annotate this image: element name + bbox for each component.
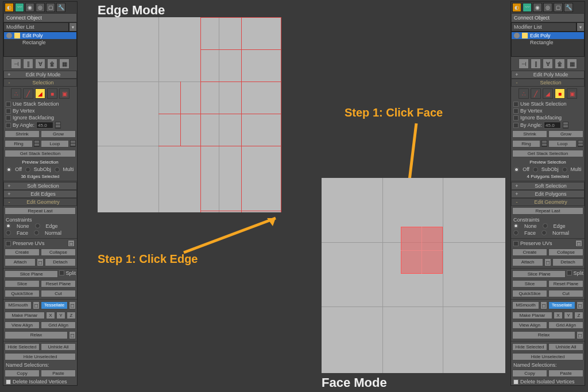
msmooth-settings-icon[interactable]: □	[33, 301, 40, 309]
stack-rectangle[interactable]: Rectangle	[512, 39, 584, 46]
remove-modifier-icon[interactable]: 🗑	[555, 59, 565, 69]
hide-selected-button[interactable]: Hide Selected	[5, 343, 40, 351]
rad-constraint-normal[interactable]	[541, 230, 547, 235]
modify-tab-icon[interactable]: 〰	[523, 3, 532, 12]
create-button[interactable]: Create	[5, 249, 40, 256]
rad-constraint-none[interactable]	[6, 223, 11, 228]
hierarchy-tab-icon[interactable]: ◉	[25, 3, 34, 12]
utilities-tab-icon[interactable]: 🔧	[564, 3, 573, 12]
detach-button[interactable]: Detach	[45, 258, 76, 266]
chk-by-angle[interactable]	[6, 123, 11, 128]
unhide-all-button[interactable]: Unhide All	[41, 343, 76, 351]
make-planar-button[interactable]: Make Planar	[512, 312, 552, 319]
shrink-button[interactable]: Shrink	[512, 130, 547, 138]
view-align-button[interactable]: View Align	[5, 321, 40, 329]
chk-ignore-backfacing[interactable]	[6, 115, 11, 121]
chevron-down-icon[interactable]: ▼	[69, 22, 77, 32]
chk-by-vertex[interactable]	[6, 108, 11, 114]
polygon-mode-icon[interactable]: ■	[47, 88, 57, 99]
motion-tab-icon[interactable]: ◎	[543, 3, 552, 12]
reset-plane-button[interactable]: Reset Plane	[548, 280, 583, 288]
display-tab-icon[interactable]: ▢	[554, 3, 563, 12]
planar-x-button[interactable]: X	[554, 312, 563, 319]
hide-selected-button[interactable]: Hide Selected	[512, 343, 547, 351]
modifier-list-dropdown[interactable]: Modifier List ▼	[3, 22, 77, 32]
angle-input[interactable]	[36, 122, 53, 129]
shrink-button[interactable]: Shrink	[5, 130, 40, 138]
grid-align-button[interactable]: Grid Align	[548, 321, 583, 329]
attach-button[interactable]: Attach	[5, 258, 36, 266]
grid-align-button[interactable]: Grid Align	[41, 321, 76, 329]
loop-spinner[interactable]	[70, 140, 76, 147]
configure-icon[interactable]: ▦	[59, 59, 69, 69]
collapse-button[interactable]: Collapse	[41, 249, 76, 256]
vertex-mode-icon[interactable]: ∴	[11, 88, 21, 99]
chk-ignore-backfacing[interactable]	[513, 115, 519, 121]
hierarchy-tab-icon[interactable]: ◉	[533, 3, 542, 12]
motion-tab-icon[interactable]: ◎	[36, 3, 45, 12]
rad-constraint-edge[interactable]	[543, 223, 548, 228]
named-copy-button[interactable]: Copy	[5, 370, 40, 377]
rollout-edit-edges[interactable]: +Edit Edges	[3, 190, 77, 198]
ring-button[interactable]: Ring	[512, 140, 540, 148]
viewport-edge[interactable]	[98, 17, 281, 212]
reset-plane-button[interactable]: Reset Plane	[41, 280, 76, 288]
slice-button[interactable]: Slice	[512, 280, 547, 288]
tessellate-settings-icon[interactable]: □	[69, 301, 76, 309]
rad-constraint-face[interactable]	[6, 230, 11, 235]
msmooth-button[interactable]: MSmooth	[5, 301, 32, 309]
chevron-down-icon[interactable]: ▼	[577, 22, 585, 32]
chk-preserve-uvs[interactable]	[513, 241, 519, 246]
rad-constraint-edge[interactable]	[35, 223, 40, 228]
chk-by-angle[interactable]	[513, 123, 519, 128]
angle-input[interactable]	[544, 122, 561, 129]
stack-rectangle[interactable]: Rectangle	[4, 39, 76, 46]
attach-list-icon[interactable]: □	[544, 258, 551, 266]
attach-button[interactable]: Attach	[512, 258, 543, 266]
vertex-mode-icon[interactable]: ∴	[519, 88, 529, 99]
make-unique-icon[interactable]: ∀	[543, 59, 553, 69]
relax-settings-icon[interactable]: □	[577, 331, 583, 339]
chk-use-stack[interactable]	[513, 102, 519, 107]
rollout-soft-selection[interactable]: +Soft Selection	[3, 182, 77, 190]
loop-spinner[interactable]	[578, 140, 583, 147]
cut-button[interactable]: Cut	[41, 290, 76, 297]
modifier-stack[interactable]: Edit Poly Rectangle	[511, 32, 585, 57]
tessellate-settings-icon[interactable]: □	[577, 301, 583, 309]
planar-z-button[interactable]: Z	[67, 312, 76, 319]
quickslice-button[interactable]: QuickSlice	[5, 290, 40, 297]
planar-z-button[interactable]: Z	[574, 312, 583, 319]
angle-spinner[interactable]	[563, 122, 568, 129]
get-stack-selection-button[interactable]: Get Stack Selection	[5, 150, 76, 157]
border-mode-icon[interactable]: ◢	[35, 88, 45, 99]
relax-settings-icon[interactable]: □	[69, 331, 76, 339]
rollout-edit-geometry[interactable]: -Edit Geometry	[3, 198, 77, 206]
planar-y-button[interactable]: Y	[564, 312, 573, 319]
utilities-tab-icon[interactable]: 🔧	[56, 3, 65, 12]
rad-constraint-normal[interactable]	[34, 230, 39, 235]
chk-preserve-uvs[interactable]	[6, 241, 11, 246]
modifier-stack[interactable]: Edit Poly Rectangle	[3, 32, 77, 57]
rad-preview-off[interactable]	[6, 167, 11, 172]
slice-plane-button[interactable]: Slice Plane	[5, 270, 58, 278]
pin-stack-icon[interactable]: ⊣	[519, 59, 529, 69]
edge-mode-icon[interactable]: ╱	[23, 88, 33, 99]
quickslice-button[interactable]: QuickSlice	[512, 290, 547, 297]
relax-button[interactable]: Relax	[5, 331, 68, 339]
named-copy-button[interactable]: Copy	[512, 370, 547, 377]
chk-delete-isolated[interactable]	[6, 379, 11, 385]
chk-use-stack[interactable]	[6, 102, 11, 107]
msmooth-settings-icon[interactable]: □	[540, 301, 547, 309]
chk-split[interactable]	[567, 270, 572, 275]
rad-preview-multi[interactable]	[55, 167, 60, 172]
rollout-selection[interactable]: -Selection	[3, 79, 77, 87]
view-align-button[interactable]: View Align	[512, 321, 547, 329]
modify-tab-icon[interactable]: 〰	[15, 3, 24, 12]
chk-split[interactable]	[59, 270, 64, 275]
pin-stack-icon[interactable]: ⊣	[11, 59, 21, 69]
rad-preview-off[interactable]	[514, 167, 519, 172]
preserve-uvs-settings-icon[interactable]: □	[575, 240, 582, 247]
attach-list-icon[interactable]: □	[37, 258, 44, 266]
chk-by-vertex[interactable]	[513, 108, 519, 114]
detach-button[interactable]: Detach	[552, 258, 583, 266]
